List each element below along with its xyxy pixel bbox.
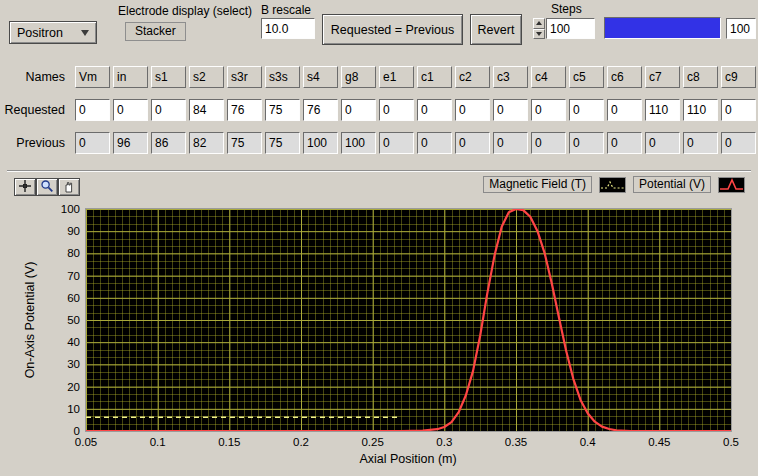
x-tick-label: 0.2: [293, 436, 309, 448]
graph-section-divider: [7, 170, 751, 172]
requested-input-c2[interactable]: [455, 99, 490, 121]
arrow-down-icon: [536, 32, 542, 36]
electrode-name-s2: s2: [189, 66, 224, 88]
b-rescale-input[interactable]: [261, 18, 315, 39]
steps-label: Steps: [551, 2, 582, 16]
electrode-name-c6: c6: [607, 66, 642, 88]
requested-input-c1[interactable]: [417, 99, 452, 121]
previous-value-s2: 82: [189, 132, 224, 154]
previous-value-c3: 0: [493, 132, 528, 154]
arrow-up-icon: [536, 21, 542, 25]
plot-canvas: [86, 209, 731, 431]
particle-selector-value: Positron: [17, 26, 63, 40]
previous-value-e1: 0: [379, 132, 414, 154]
requested-input-c6[interactable]: [607, 99, 642, 121]
requested-input-s3s[interactable]: [265, 99, 300, 121]
requested-input-c7[interactable]: [645, 99, 680, 121]
y-tick-label: 50: [67, 313, 80, 327]
graph-toolbar: [14, 178, 80, 196]
electrode-name-c5: c5: [569, 66, 604, 88]
requested-row-label: Requested: [0, 99, 70, 121]
electrode-name-c9: c9: [721, 66, 756, 88]
chevron-down-icon: [81, 30, 89, 36]
electrode-name-e1: e1: [379, 66, 414, 88]
requested-input-c4[interactable]: [531, 99, 566, 121]
previous-value-c1: 0: [417, 132, 452, 154]
y-tick-label: 90: [67, 224, 80, 238]
magnifier-icon: [40, 179, 54, 196]
revert-button[interactable]: Revert: [470, 14, 522, 45]
previous-value-c8: 0: [683, 132, 718, 154]
electrode-name-s3s: s3s: [265, 66, 300, 88]
requested-input-in[interactable]: [113, 99, 148, 121]
steps-increment-button[interactable]: [533, 18, 545, 29]
previous-value-c5: 0: [569, 132, 604, 154]
previous-value-g8: 100: [341, 132, 376, 154]
previous-value-c7: 0: [645, 132, 680, 154]
steps-decrement-button[interactable]: [533, 29, 545, 40]
y-tick-label: 40: [67, 335, 80, 349]
previous-value-Vm: 0: [75, 132, 110, 154]
y-tick-label: 70: [67, 269, 80, 283]
potential-line-icon[interactable]: [718, 177, 745, 193]
slider-value-display[interactable]: [726, 18, 756, 39]
electrode-name-Vm: Vm: [75, 66, 110, 88]
y-axis-label: On-Axis Potential (V): [23, 262, 37, 379]
hand-icon: [62, 179, 76, 196]
x-tick-label: 0.5: [723, 436, 739, 448]
requested-input-s3r[interactable]: [227, 99, 262, 121]
previous-value-s3s: 75: [265, 132, 300, 154]
requested-input-c3[interactable]: [493, 99, 528, 121]
crosshair-icon: [18, 179, 32, 196]
steps-spinner: [533, 18, 545, 39]
potential-plot-area[interactable]: [85, 208, 732, 432]
x-tick-label: 0.3: [436, 436, 452, 448]
electrode-display-ring[interactable]: Stacker: [125, 22, 186, 41]
requested-input-s2[interactable]: [189, 99, 224, 121]
pan-tool-button[interactable]: [58, 178, 80, 196]
magnetic-field-line-icon[interactable]: [599, 177, 626, 193]
requested-input-c5[interactable]: [569, 99, 604, 121]
requested-input-g8[interactable]: [341, 99, 376, 121]
x-tick-label: 0.35: [505, 436, 527, 448]
x-tick-label: 0.1: [150, 436, 166, 448]
requested-input-c8[interactable]: [683, 99, 718, 121]
steps-input[interactable]: [546, 18, 595, 39]
x-tick-label: 0.15: [218, 436, 240, 448]
requested-input-s4[interactable]: [303, 99, 338, 121]
y-tick-label: 80: [67, 246, 80, 260]
requested-input-e1[interactable]: [379, 99, 414, 121]
zoom-tool-button[interactable]: [36, 178, 58, 196]
electrode-display-label: Electrode display (select): [118, 4, 252, 18]
electrode-names-row: Vmins1s2s3rs3ss4g8e1c1c2c3c4c5c6c7c8c9: [75, 66, 756, 88]
electrode-name-s4: s4: [303, 66, 338, 88]
previous-value-c2: 0: [455, 132, 490, 154]
x-axis-label: Axial Position (m): [359, 452, 456, 466]
requested-input-c9[interactable]: [721, 99, 756, 121]
labview-control-panel: Positron Electrode display (select) Stac…: [0, 0, 758, 476]
cursor-tool-button[interactable]: [14, 178, 36, 196]
requested-input-Vm[interactable]: [75, 99, 110, 121]
progress-slider[interactable]: [604, 17, 721, 39]
requested-equals-previous-button[interactable]: Requested = Previous: [322, 14, 463, 45]
particle-selector-dropdown[interactable]: Positron: [9, 21, 97, 44]
electrode-name-c2: c2: [455, 66, 490, 88]
y-tick-label: 10: [67, 402, 80, 416]
magnetic-field-legend-label[interactable]: Magnetic Field (T): [483, 176, 592, 193]
y-tick-label: 20: [67, 380, 80, 394]
previous-value-in: 96: [113, 132, 148, 154]
electrode-name-s3r: s3r: [227, 66, 262, 88]
previous-value-s3r: 75: [227, 132, 262, 154]
electrode-name-c1: c1: [417, 66, 452, 88]
requested-values-row: [75, 99, 756, 121]
previous-value-c9: 0: [721, 132, 756, 154]
electrode-name-g8: g8: [341, 66, 376, 88]
y-tick-label: 100: [61, 202, 80, 216]
names-row-label: Names: [0, 66, 70, 88]
requested-input-s1[interactable]: [151, 99, 186, 121]
previous-value-c6: 0: [607, 132, 642, 154]
potential-legend-label[interactable]: Potential (V): [633, 176, 711, 193]
electrode-display-value: Stacker: [135, 24, 176, 38]
b-rescale-label: B rescale: [261, 3, 311, 17]
x-tick-label: 0.4: [580, 436, 596, 448]
